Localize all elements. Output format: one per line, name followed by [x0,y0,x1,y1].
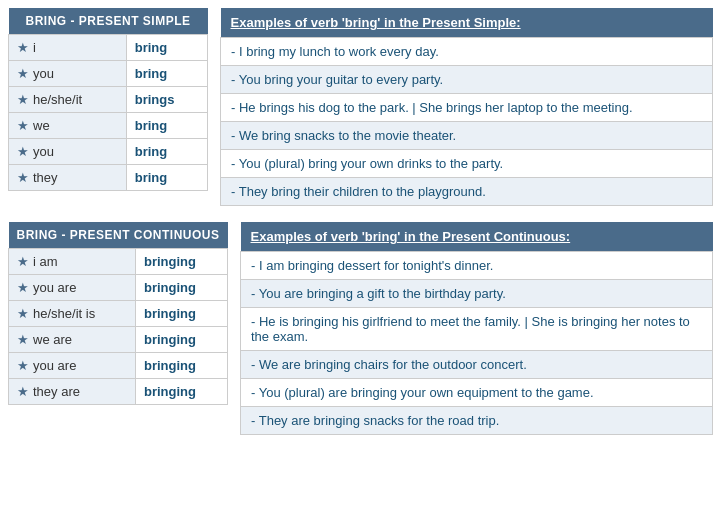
table-row: ★youbring [9,61,208,87]
verb-form-cell: bring [126,165,207,191]
verb-form-cell: bringing [135,379,227,405]
table-row: ★ibring [9,35,208,61]
list-item: - You (plural) are bringing your own equ… [241,379,713,407]
pronoun-cell: ★you [9,61,127,87]
list-item: - We are bringing chairs for the outdoor… [241,351,713,379]
star-icon: ★ [17,170,29,185]
section-present-continuous: BRING - PRESENT CONTINUOUS★i ambringing★… [8,222,713,435]
star-icon: ★ [17,40,29,55]
star-icon: ★ [17,254,29,269]
list-item: - You bring your guitar to every party. [221,66,713,94]
main-container: BRING - PRESENT SIMPLE★ibring★youbring★h… [0,0,721,443]
star-icon: ★ [17,384,29,399]
conj-table-present-simple: BRING - PRESENT SIMPLE★ibring★youbring★h… [8,8,208,191]
example-sentence: - You (plural) are bringing your own equ… [241,379,713,407]
table-row: ★i ambringing [9,249,228,275]
pronoun-cell: ★i am [9,249,136,275]
star-icon: ★ [17,66,29,81]
example-sentence: - You are bringing a gift to the birthda… [241,280,713,308]
example-sentence: - We are bringing chairs for the outdoor… [241,351,713,379]
list-item: - I bring my lunch to work every day. [221,38,713,66]
pronoun-cell: ★i [9,35,127,61]
conj-table-wrapper-present-simple: BRING - PRESENT SIMPLE★ibring★youbring★h… [8,8,208,191]
example-sentence: - They are bringing snacks for the road … [241,407,713,435]
verb-form-cell: bring [126,113,207,139]
example-sentence: - I am bringing dessert for tonight's di… [241,252,713,280]
star-icon: ★ [17,358,29,373]
list-item: - I am bringing dessert for tonight's di… [241,252,713,280]
table-row: ★you arebringing [9,275,228,301]
list-item: - We bring snacks to the movie theater. [221,122,713,150]
pronoun-cell: ★he/she/it [9,87,127,113]
pronoun-cell: ★he/she/it is [9,301,136,327]
verb-form-cell: bringing [135,327,227,353]
verb-form-cell: bring [126,35,207,61]
example-sentence: - We bring snacks to the movie theater. [221,122,713,150]
pronoun-cell: ★they are [9,379,136,405]
verb-form-cell: bring [126,139,207,165]
verb-form-cell: bringing [135,301,227,327]
list-item: - You (plural) bring your own drinks to … [221,150,713,178]
pronoun-cell: ★you are [9,353,136,379]
example-sentence: - He is bringing his girlfriend to meet … [241,308,713,351]
verb-form-cell: brings [126,87,207,113]
examples-title-present-continuous: Examples of verb 'bring' in the Present … [241,222,713,252]
star-icon: ★ [17,332,29,347]
list-item: - He brings his dog to the park. | She b… [221,94,713,122]
list-item: - They bring their children to the playg… [221,178,713,206]
table-row: ★they arebringing [9,379,228,405]
table-row: ★he/she/itbrings [9,87,208,113]
example-sentence: - You bring your guitar to every party. [221,66,713,94]
conj-table-title-present-simple: BRING - PRESENT SIMPLE [9,8,208,35]
list-item: - You are bringing a gift to the birthda… [241,280,713,308]
conj-table-wrapper-present-continuous: BRING - PRESENT CONTINUOUS★i ambringing★… [8,222,228,405]
table-row: ★he/she/it isbringing [9,301,228,327]
star-icon: ★ [17,118,29,133]
table-row: ★we arebringing [9,327,228,353]
star-icon: ★ [17,92,29,107]
table-row: ★you arebringing [9,353,228,379]
examples-table-present-simple: Examples of verb 'bring' in the Present … [220,8,713,206]
conj-table-present-continuous: BRING - PRESENT CONTINUOUS★i ambringing★… [8,222,228,405]
table-row: ★theybring [9,165,208,191]
pronoun-cell: ★we [9,113,127,139]
examples-wrapper-present-simple: Examples of verb 'bring' in the Present … [220,8,713,206]
example-sentence: - They bring their children to the playg… [221,178,713,206]
examples-wrapper-present-continuous: Examples of verb 'bring' in the Present … [240,222,713,435]
conj-table-title-present-continuous: BRING - PRESENT CONTINUOUS [9,222,228,249]
verb-form-cell: bring [126,61,207,87]
verb-form-cell: bringing [135,249,227,275]
table-row: ★webring [9,113,208,139]
list-item: - He is bringing his girlfriend to meet … [241,308,713,351]
examples-title-present-simple: Examples of verb 'bring' in the Present … [221,8,713,38]
pronoun-cell: ★they [9,165,127,191]
list-item: - They are bringing snacks for the road … [241,407,713,435]
star-icon: ★ [17,306,29,321]
pronoun-cell: ★you are [9,275,136,301]
example-sentence: - He brings his dog to the park. | She b… [221,94,713,122]
star-icon: ★ [17,144,29,159]
section-present-simple: BRING - PRESENT SIMPLE★ibring★youbring★h… [8,8,713,206]
verb-form-cell: bringing [135,275,227,301]
example-sentence: - I bring my lunch to work every day. [221,38,713,66]
examples-table-present-continuous: Examples of verb 'bring' in the Present … [240,222,713,435]
example-sentence: - You (plural) bring your own drinks to … [221,150,713,178]
pronoun-cell: ★we are [9,327,136,353]
table-row: ★youbring [9,139,208,165]
pronoun-cell: ★you [9,139,127,165]
star-icon: ★ [17,280,29,295]
verb-form-cell: bringing [135,353,227,379]
